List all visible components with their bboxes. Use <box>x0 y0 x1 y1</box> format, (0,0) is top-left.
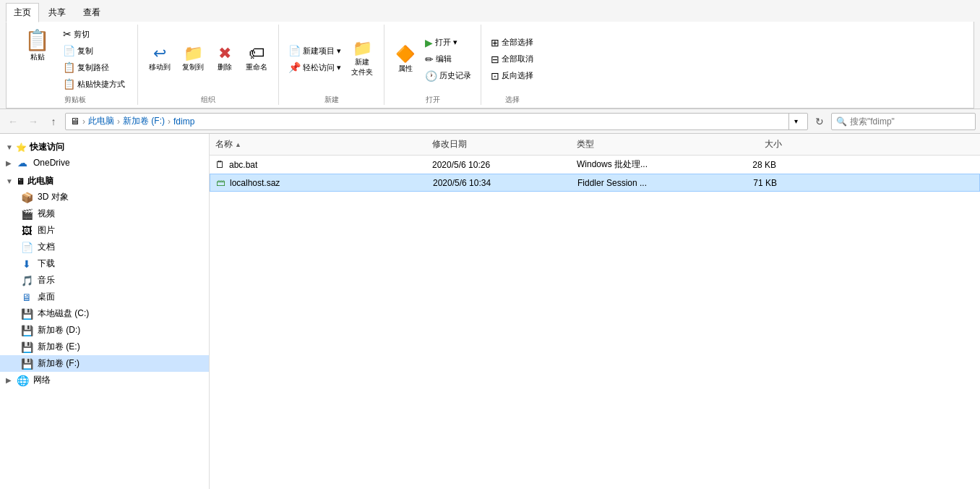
file-name-cell: 🗃 localhost.saz <box>210 176 427 190</box>
col-date-header[interactable]: 修改日期 <box>426 137 571 152</box>
path-folder[interactable]: fdimp <box>173 116 194 127</box>
paste-button[interactable]: 📋 粘贴 <box>18 25 56 93</box>
invert-selection-button[interactable]: ⊡ 反向选择 <box>487 68 537 84</box>
edit-button[interactable]: ✏ 编辑 <box>421 51 475 67</box>
new-item-button[interactable]: 📄 新建项目 ▾ <box>285 43 345 59</box>
bat-file-icon: 🗒 <box>215 159 225 170</box>
easy-access-button[interactable]: 📌 轻松访问 ▾ <box>285 59 345 75</box>
cut-button[interactable]: ✂ 剪切 <box>59 26 129 42</box>
table-row[interactable]: 🗃 localhost.saz 2020/5/6 10:34 Fiddler S… <box>210 174 980 192</box>
path-home-icon: 🖥 <box>70 116 79 127</box>
cut-icon: ✂ <box>63 28 72 40</box>
rename-button[interactable]: 🏷 重命名 <box>241 43 272 75</box>
sidebar-item-downloads[interactable]: ⬇ 下载 <box>0 255 209 272</box>
video-icon: 🎬 <box>20 208 33 220</box>
forward-button[interactable]: → <box>25 113 42 130</box>
sidebar-item-video[interactable]: 🎬 视频 <box>0 205 209 222</box>
pictures-label: 图片 <box>38 224 55 237</box>
quick-access-icon: ⭐ <box>16 143 27 153</box>
new-group-label: 新建 <box>324 95 339 105</box>
main-area: ▼ ⭐ 快速访问 ▶ ☁ OneDrive ▼ 🖥 此电脑 📦 3D 对象 🎬 … <box>0 134 980 489</box>
new-folder-label: 新建文件夹 <box>351 57 373 77</box>
select-all-button[interactable]: ⊞ 全部选择 <box>487 35 537 51</box>
copy-to-button[interactable]: 📁 复制到 <box>177 43 209 75</box>
sidebar-quick-access[interactable]: ▼ ⭐ 快速访问 <box>0 137 209 155</box>
file-size-cell: 71 KB <box>716 177 788 190</box>
path-bar[interactable]: 🖥 › 此电脑 › 新加卷 (F:) › fdimp ▾ <box>65 113 808 130</box>
search-bar[interactable]: 🔍 <box>831 113 976 130</box>
saz-file-icon: 🗃 <box>216 177 225 188</box>
path-dropdown-button[interactable]: ▾ <box>788 113 803 130</box>
desktop-label: 桌面 <box>38 291 55 303</box>
path-drive[interactable]: 新加卷 (F:) <box>123 115 165 127</box>
sidebar: ▼ ⭐ 快速访问 ▶ ☁ OneDrive ▼ 🖥 此电脑 📦 3D 对象 🎬 … <box>0 134 210 489</box>
documents-icon: 📄 <box>20 242 33 253</box>
clipboard-group-label: 剪贴板 <box>64 95 86 105</box>
sidebar-item-documents[interactable]: 📄 文档 <box>0 239 209 255</box>
copy-icon: 📄 <box>63 45 75 56</box>
edit-label: 编辑 <box>436 54 452 64</box>
copy-button[interactable]: 📄 复制 <box>59 43 129 59</box>
sidebar-item-3d[interactable]: 📦 3D 对象 <box>0 189 209 205</box>
rename-icon: 🏷 <box>249 46 265 61</box>
path-this-pc[interactable]: 此电脑 <box>88 115 114 127</box>
sidebar-item-drive-e[interactable]: 💾 新加卷 (E:) <box>0 339 209 355</box>
delete-label: 删除 <box>218 62 232 72</box>
delete-button[interactable]: ✖ 删除 <box>210 43 239 75</box>
open-button[interactable]: ▶ 打开 ▾ <box>421 35 475 51</box>
sidebar-item-drive-f[interactable]: 💾 新加卷 (F:) <box>0 355 209 372</box>
paste-shortcut-button[interactable]: 📋 粘贴快捷方式 <box>59 76 129 92</box>
drive-e-label: 新加卷 (E:) <box>38 341 80 353</box>
network-icon: 🌐 <box>16 375 29 386</box>
move-label: 移动到 <box>149 62 171 72</box>
paste-shortcut-label: 粘贴快捷方式 <box>77 79 125 90</box>
tab-view[interactable]: 查看 <box>75 3 108 22</box>
this-pc-label: 此电脑 <box>27 175 53 187</box>
select-none-button[interactable]: ⊟ 全部取消 <box>487 51 537 67</box>
sidebar-item-drive-d[interactable]: 💾 新加卷 (D:) <box>0 322 209 339</box>
copy-to-icon: 📁 <box>184 46 203 61</box>
file-name-cell: 🗒 abc.bat <box>210 158 426 171</box>
sidebar-item-network[interactable]: ▶ 🌐 网络 <box>0 372 209 388</box>
paste-label: 粘贴 <box>30 52 45 62</box>
open-group-label: 打开 <box>426 95 440 105</box>
open-icon: ▶ <box>425 37 433 48</box>
invert-label: 反向选择 <box>502 70 533 81</box>
sidebar-item-drive-c[interactable]: 💾 本地磁盘 (C:) <box>0 305 209 322</box>
search-icon: 🔍 <box>836 116 847 127</box>
new-item-label: 新建项目 <box>303 46 335 56</box>
open-label: 打开 <box>435 37 451 48</box>
copy-path-button[interactable]: 📋 复制路径 <box>59 59 129 75</box>
sidebar-item-music[interactable]: 🎵 音乐 <box>0 272 209 289</box>
ribbon-tabs: 主页 共享 查看 <box>6 3 974 22</box>
refresh-button[interactable]: ↻ <box>811 113 828 130</box>
edit-icon: ✏ <box>425 54 434 65</box>
properties-button[interactable]: 🔶 属性 <box>390 43 420 76</box>
col-name-header[interactable]: 名称 ▲ <box>210 137 426 152</box>
history-label: 历史记录 <box>439 70 471 81</box>
new-folder-button[interactable]: 📁 新建文件夹 <box>346 38 378 80</box>
copy-label: 复制 <box>77 46 93 56</box>
drive-f-label: 新加卷 (F:) <box>38 357 79 370</box>
quick-access-label: 快速访问 <box>30 141 64 153</box>
properties-icon: 🔶 <box>395 45 415 64</box>
back-button[interactable]: ← <box>4 113 22 130</box>
drive-e-icon: 💾 <box>20 341 33 353</box>
col-size-header[interactable]: 大小 <box>715 137 788 152</box>
table-row[interactable]: 🗒 abc.bat 2020/5/6 10:26 Windows 批处理... … <box>210 156 980 174</box>
paste-icon: 📋 <box>25 28 50 52</box>
history-button[interactable]: 🕐 历史记录 <box>421 68 475 84</box>
sidebar-item-pictures[interactable]: 🖼 图片 <box>0 222 209 239</box>
file-area: 名称 ▲ 修改日期 类型 大小 🗒 abc.bat 2020/5/6 10:26… <box>210 134 980 489</box>
col-type-header[interactable]: 类型 <box>571 137 715 152</box>
search-input[interactable] <box>850 116 971 127</box>
sidebar-this-pc[interactable]: ▼ 🖥 此电脑 <box>0 171 209 189</box>
tab-home[interactable]: 主页 <box>6 3 39 22</box>
sidebar-item-onedrive[interactable]: ▶ ☁ OneDrive <box>0 155 209 171</box>
sidebar-item-desktop[interactable]: 🖥 桌面 <box>0 289 209 305</box>
move-button[interactable]: ↩ 移动到 <box>144 43 176 75</box>
file-type-cell: Windows 批处理... <box>571 157 715 172</box>
up-button[interactable]: ↑ <box>45 113 62 130</box>
tab-share[interactable]: 共享 <box>40 3 74 22</box>
ribbon-content: 📋 粘贴 ✂ 剪切 📄 复制 📋 <box>6 22 974 109</box>
